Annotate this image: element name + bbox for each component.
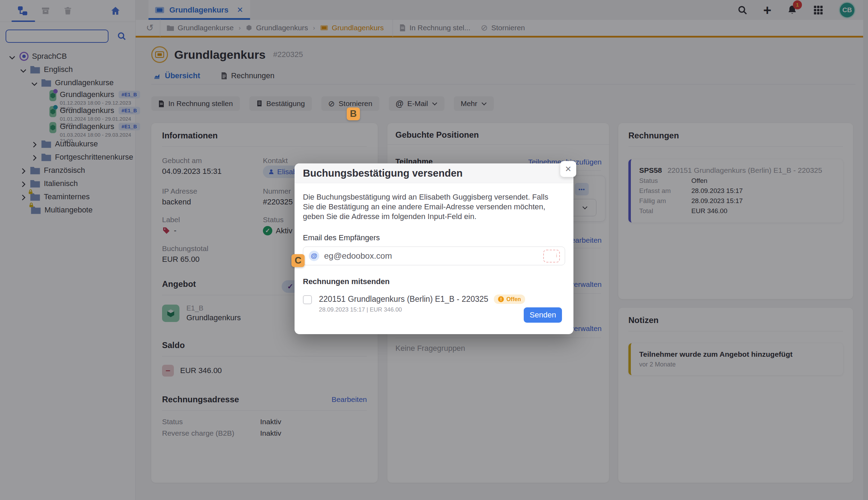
app-root: SprachCB Englisch Grundlagenkurse (0, 0, 868, 500)
modal-title: Buchungsbestätigung versenden (303, 168, 463, 179)
send-confirmation-modal: Buchungsbestätigung versenden ✕ Die Buch… (295, 163, 573, 334)
cursor-artifact (543, 250, 560, 263)
email-field-label: Email des Empfängers (303, 233, 565, 242)
email-field: @ (303, 247, 565, 265)
modal-description: Die Buchungsbestätigung wird an Elisabet… (303, 192, 560, 221)
invoice-checkbox[interactable] (303, 295, 312, 304)
at-icon: @ (309, 251, 319, 261)
modal-body: Die Buchungsbestätigung wird an Elisabet… (295, 183, 573, 313)
status-badge-offen: ! Offen (494, 295, 525, 304)
close-icon[interactable]: ✕ (560, 161, 576, 177)
attach-invoices-label: Rechnungen mitsenden (303, 277, 565, 286)
annotation-marker-b: B (347, 107, 360, 120)
modal-invoice-title: 220151 Grundlagenkurs (Berlin) E1_B - 22… (319, 295, 488, 304)
recipient-email-input[interactable] (324, 251, 559, 261)
annotation-marker-c: C (291, 254, 305, 267)
send-button[interactable]: Senden (524, 307, 562, 323)
modal-invoice-meta: 28.09.2023 15:17 | EUR 346.00 (319, 306, 525, 313)
alert-icon: ! (498, 296, 504, 302)
modal-header: Buchungsbestätigung versenden (295, 163, 573, 183)
